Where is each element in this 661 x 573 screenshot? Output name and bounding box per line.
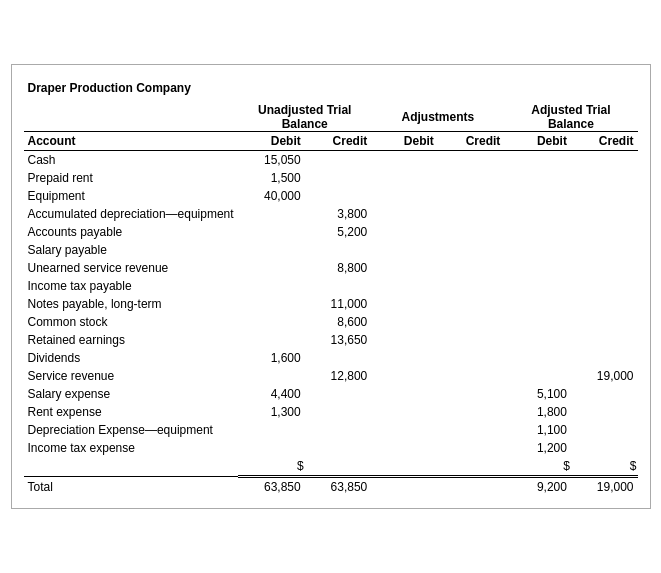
atb-debit-cell: 1,100 <box>504 421 571 439</box>
atb-credit-cell <box>571 403 638 421</box>
atb-credit-cell <box>571 151 638 170</box>
data-row: Income tax payable <box>24 277 638 295</box>
data-row: Accounts payable5,200 <box>24 223 638 241</box>
account-name: Equipment <box>24 187 239 205</box>
adj-credit-header: Credit <box>438 132 505 151</box>
account-name: Cash <box>24 151 239 170</box>
adj-debit-cell <box>371 295 438 313</box>
adj-debit-cell <box>371 277 438 295</box>
adj-credit-cell <box>438 169 505 187</box>
atb-debit-cell <box>504 223 571 241</box>
atb-debit-cell <box>504 349 571 367</box>
utb-debit-cell <box>238 367 305 385</box>
account-name: Total <box>24 477 239 497</box>
utb-credit-cell <box>305 349 372 367</box>
adj-credit-cell <box>438 223 505 241</box>
atb-debit-header: Debit <box>504 132 571 151</box>
dollar-sign-cell <box>305 457 372 477</box>
account-name: Dividends <box>24 349 239 367</box>
utb-credit-cell: 3,800 <box>305 205 372 223</box>
data-row: Service revenue12,80019,000 <box>24 367 638 385</box>
utb-debit-header: Debit <box>238 132 305 151</box>
account-name: Income tax expense <box>24 439 239 457</box>
total-row: Total63,85063,8509,20019,000 <box>24 477 638 497</box>
adj-debit-cell <box>371 187 438 205</box>
account-name: Rent expense <box>24 403 239 421</box>
utb-debit-cell <box>238 331 305 349</box>
adj-debit-cell <box>371 421 438 439</box>
adj-credit-cell <box>438 151 505 170</box>
atb-debit-cell <box>504 205 571 223</box>
utb-debit-cell <box>238 259 305 277</box>
dollar-sign-cell: $ <box>238 457 305 477</box>
utb-credit-total: 63,850 <box>305 477 372 497</box>
data-row: Equipment40,000 <box>24 187 638 205</box>
data-row: Salary payable <box>24 241 638 259</box>
atb-debit-cell <box>504 295 571 313</box>
utb-credit-cell <box>305 187 372 205</box>
utb-debit-cell: 1,300 <box>238 403 305 421</box>
atb-credit-header: Credit <box>571 132 638 151</box>
dollar-sign-cell <box>438 457 505 477</box>
adj-debit-total <box>371 477 438 497</box>
atb-credit-cell <box>571 223 638 241</box>
utb-debit-cell <box>238 313 305 331</box>
utb-debit-cell <box>238 241 305 259</box>
data-row: Rent expense1,3001,800 <box>24 403 638 421</box>
adj-debit-cell <box>371 259 438 277</box>
account-name: Common stock <box>24 313 239 331</box>
atb-debit-cell: 1,800 <box>504 403 571 421</box>
account-name: Unearned service revenue <box>24 259 239 277</box>
account-name: Retained earnings <box>24 331 239 349</box>
utb-credit-cell: 11,000 <box>305 295 372 313</box>
data-row: Prepaid rent1,500 <box>24 169 638 187</box>
atb-debit-cell <box>504 313 571 331</box>
data-row: Accumulated depreciation—equipment3,800 <box>24 205 638 223</box>
adj-credit-cell <box>438 187 505 205</box>
utb-credit-cell <box>305 385 372 403</box>
account-name: Service revenue <box>24 367 239 385</box>
dollar-sign-row: $$$ <box>24 457 638 477</box>
account-name: Prepaid rent <box>24 169 239 187</box>
adj-credit-cell <box>438 403 505 421</box>
company-name: Draper Production Company <box>24 81 638 95</box>
atb-credit-cell <box>571 331 638 349</box>
atb-debit-cell: 1,200 <box>504 439 571 457</box>
utb-credit-cell: 8,600 <box>305 313 372 331</box>
utb-debit-cell <box>238 421 305 439</box>
account-col-header: Account <box>24 132 239 151</box>
utb-debit-cell <box>238 277 305 295</box>
atb-debit-cell <box>504 331 571 349</box>
account-name: Notes payable, long-term <box>24 295 239 313</box>
atb-debit-cell <box>504 277 571 295</box>
utb-credit-cell <box>305 403 372 421</box>
data-row: Salary expense4,4005,100 <box>24 385 638 403</box>
utb-credit-header: Credit <box>305 132 372 151</box>
atb-debit-total: 9,200 <box>504 477 571 497</box>
utb-credit-cell: 8,800 <box>305 259 372 277</box>
adj-debit-cell <box>371 367 438 385</box>
account-name: Salary payable <box>24 241 239 259</box>
utb-credit-cell <box>305 439 372 457</box>
data-row: Unearned service revenue8,800 <box>24 259 638 277</box>
adj-debit-header: Debit <box>371 132 438 151</box>
adj-credit-total <box>438 477 505 497</box>
data-row: Retained earnings13,650 <box>24 331 638 349</box>
dollar-sign-cell: $ <box>571 457 638 477</box>
adj-credit-cell <box>438 349 505 367</box>
atb-credit-cell <box>571 295 638 313</box>
utb-debit-cell: 1,600 <box>238 349 305 367</box>
adj-credit-cell <box>438 367 505 385</box>
adj-debit-cell <box>371 349 438 367</box>
dollar-sign-cell: $ <box>504 457 571 477</box>
account-name: Accumulated depreciation—equipment <box>24 205 239 223</box>
account-header-spacer <box>24 101 239 132</box>
utb-credit-cell <box>305 169 372 187</box>
adj-debit-cell <box>371 205 438 223</box>
utb-debit-total: 63,850 <box>238 477 305 497</box>
utb-debit-cell: 1,500 <box>238 169 305 187</box>
main-header-row: Unadjusted Trial Balance Adjustments Adj… <box>24 101 638 132</box>
data-row: Dividends1,600 <box>24 349 638 367</box>
dollar-row-account <box>24 457 239 477</box>
atb-credit-cell <box>571 259 638 277</box>
